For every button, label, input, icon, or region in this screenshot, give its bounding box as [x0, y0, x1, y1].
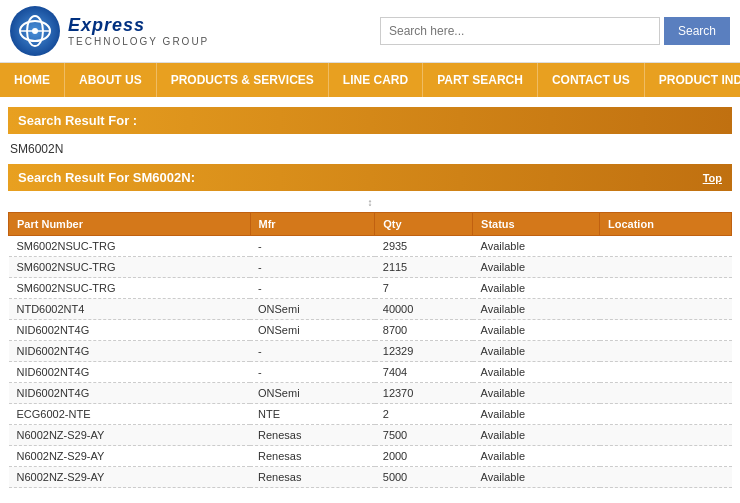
cell-status: Available	[473, 404, 600, 425]
table-row: N6002NZ-S29-AYRenesas5000Available	[9, 467, 732, 488]
page-header: Express TECHNOLOGY GROUP Search	[0, 0, 740, 63]
cell-location	[600, 278, 732, 299]
cell-mfr: -	[250, 341, 375, 362]
search-input[interactable]	[380, 17, 660, 45]
cell-part_number: N6002NZ-S29-AY	[9, 446, 251, 467]
cell-location	[600, 383, 732, 404]
cell-qty: 2115	[375, 257, 473, 278]
cell-qty: 8700	[375, 320, 473, 341]
cell-mfr: NTE	[250, 404, 375, 425]
table-row: N6002NZ-S29-AYRenesas2000Available	[9, 446, 732, 467]
table-row: ECG6002-NTENTE2Available	[9, 404, 732, 425]
nav-item-productindex[interactable]: PRODUCT INDEX	[645, 63, 740, 97]
cell-qty: 2000	[375, 446, 473, 467]
cell-part_number: SM6002NSUC-TRG	[9, 278, 251, 299]
table-row: NID6002NT4G-12329Available	[9, 341, 732, 362]
cell-location	[600, 404, 732, 425]
cell-status: Available	[473, 383, 600, 404]
cell-location	[600, 425, 732, 446]
cell-location	[600, 299, 732, 320]
cell-location	[600, 467, 732, 488]
cell-part_number: NID6002NT4G	[9, 362, 251, 383]
cell-location	[600, 341, 732, 362]
cell-mfr: ONSemi	[250, 320, 375, 341]
cell-mfr: -	[250, 236, 375, 257]
cell-location	[600, 362, 732, 383]
cell-part_number: NID6002NT4G	[9, 341, 251, 362]
logo-text: Express TECHNOLOGY GROUP	[68, 15, 209, 47]
logo-icon	[10, 6, 60, 56]
table-body: SM6002NSUC-TRG-2935AvailableSM6002NSUC-T…	[9, 236, 732, 488]
cell-part_number: NID6002NT4G	[9, 320, 251, 341]
cell-qty: 12370	[375, 383, 473, 404]
cell-mfr: -	[250, 362, 375, 383]
search-area: Search	[380, 17, 730, 45]
table-row: SM6002NSUC-TRG-2115Available	[9, 257, 732, 278]
col-mfr: Mfr	[250, 213, 375, 236]
cell-qty: 5000	[375, 467, 473, 488]
nav-item-linecard[interactable]: LINE CARD	[329, 63, 423, 97]
cell-qty: 7	[375, 278, 473, 299]
scroll-indicator: ↕	[8, 197, 732, 208]
nav-item-home[interactable]: HOME	[0, 63, 65, 97]
cell-part_number: N6002NZ-S29-AY	[9, 467, 251, 488]
cell-status: Available	[473, 341, 600, 362]
col-qty: Qty	[375, 213, 473, 236]
cell-qty: 7500	[375, 425, 473, 446]
cell-part_number: SM6002NSUC-TRG	[9, 236, 251, 257]
table-row: N6002NZ-S29-AYRenesas7500Available	[9, 425, 732, 446]
cell-qty: 12329	[375, 341, 473, 362]
result-title-bar: Search Result For SM6002N: Top	[8, 164, 732, 191]
cell-part_number: SM6002NSUC-TRG	[9, 257, 251, 278]
navigation-bar: HOMEABOUT USPRODUCTS & SERVICESLINE CARD…	[0, 63, 740, 97]
cell-qty: 2	[375, 404, 473, 425]
cell-status: Available	[473, 446, 600, 467]
cell-qty: 7404	[375, 362, 473, 383]
cell-mfr: Renesas	[250, 467, 375, 488]
cell-status: Available	[473, 425, 600, 446]
table-row: SM6002NSUC-TRG-7Available	[9, 278, 732, 299]
col-location: Location	[600, 213, 732, 236]
cell-mfr: Renesas	[250, 446, 375, 467]
logo-area: Express TECHNOLOGY GROUP	[10, 6, 209, 56]
nav-item-contact[interactable]: CONTACT US	[538, 63, 645, 97]
cell-part_number: ECG6002-NTE	[9, 404, 251, 425]
cell-status: Available	[473, 236, 600, 257]
cell-part_number: N6002NZ-S29-AY	[9, 425, 251, 446]
logo-subtitle: TECHNOLOGY GROUP	[68, 36, 209, 47]
cell-location	[600, 320, 732, 341]
table-row: SM6002NSUC-TRG-2935Available	[9, 236, 732, 257]
nav-item-partsearch[interactable]: PART SEARCH	[423, 63, 538, 97]
logo-title: Express	[68, 15, 209, 36]
table-row: NID6002NT4G-7404Available	[9, 362, 732, 383]
cell-location	[600, 446, 732, 467]
result-title: Search Result For SM6002N:	[18, 170, 195, 185]
cell-mfr: -	[250, 278, 375, 299]
table-header: Part Number Mfr Qty Status Location	[9, 213, 732, 236]
cell-status: Available	[473, 257, 600, 278]
search-result-for-header: Search Result For :	[8, 107, 732, 134]
col-part-number: Part Number	[9, 213, 251, 236]
cell-location	[600, 236, 732, 257]
cell-status: Available	[473, 362, 600, 383]
top-link[interactable]: Top	[703, 172, 722, 184]
cell-mfr: Renesas	[250, 425, 375, 446]
cell-status: Available	[473, 278, 600, 299]
svg-point-3	[32, 28, 38, 34]
search-term-display: SM6002N	[8, 142, 732, 156]
cell-part_number: NTD6002NT4	[9, 299, 251, 320]
search-result-for-label: Search Result For :	[18, 113, 137, 128]
nav-item-products[interactable]: PRODUCTS & SERVICES	[157, 63, 329, 97]
cell-mfr: ONSemi	[250, 383, 375, 404]
cell-status: Available	[473, 320, 600, 341]
table-row: NTD6002NT4ONSemi40000Available	[9, 299, 732, 320]
cell-part_number: NID6002NT4G	[9, 383, 251, 404]
search-button[interactable]: Search	[664, 17, 730, 45]
cell-mfr: -	[250, 257, 375, 278]
cell-status: Available	[473, 467, 600, 488]
main-content: Search Result For : SM6002N Search Resul…	[0, 97, 740, 498]
nav-item-about[interactable]: ABOUT US	[65, 63, 157, 97]
cell-status: Available	[473, 299, 600, 320]
cell-qty: 2935	[375, 236, 473, 257]
col-status: Status	[473, 213, 600, 236]
